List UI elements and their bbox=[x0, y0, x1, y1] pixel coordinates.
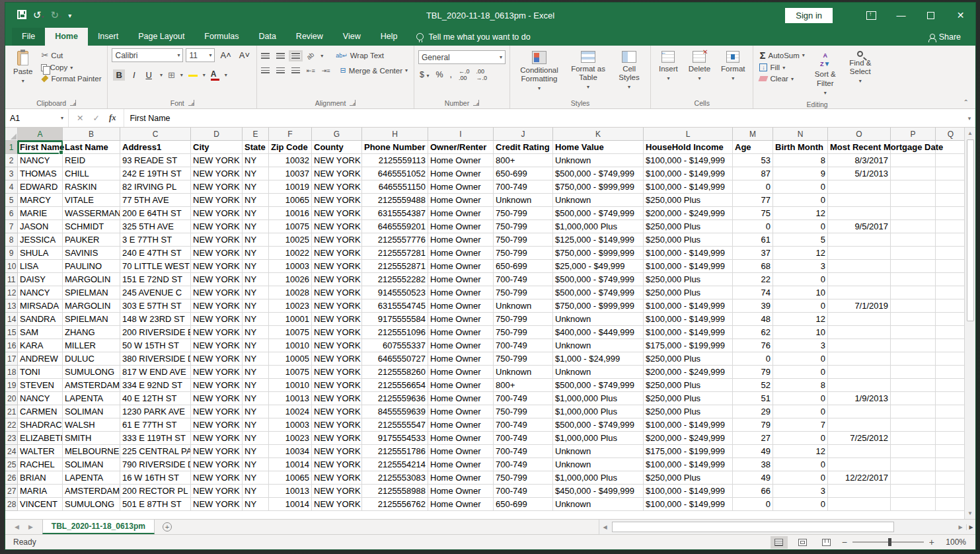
cell-Q13[interactable] bbox=[936, 299, 964, 313]
cell-O26[interactable]: 12/22/2017 bbox=[828, 471, 891, 485]
cell-I9[interactable]: Home Owner bbox=[428, 247, 494, 260]
fill-button[interactable]: ↓Fill▾ bbox=[757, 63, 806, 72]
cell-E12[interactable]: NY bbox=[243, 286, 269, 299]
decrease-decimal-button[interactable]: .00→.0 bbox=[476, 68, 488, 81]
cell-I10[interactable]: Home Owner bbox=[428, 260, 494, 273]
cell-Q2[interactable] bbox=[936, 154, 964, 167]
cell-Q3[interactable] bbox=[936, 167, 964, 180]
borders-icon[interactable]: ⊞ bbox=[168, 70, 175, 80]
cell-A4[interactable]: EDWARD bbox=[18, 180, 63, 194]
cell-A28[interactable]: VINCENT bbox=[18, 498, 63, 511]
cell-J16[interactable]: 700-749 bbox=[494, 339, 553, 352]
fill-color-dropdown[interactable]: ▾ bbox=[203, 72, 206, 78]
cell-L19[interactable]: $250,000 Plus bbox=[644, 379, 733, 392]
row-header-15[interactable]: 15 bbox=[5, 326, 18, 339]
cell-H18[interactable]: 2125558260 bbox=[362, 366, 428, 379]
cell-J7[interactable]: 750-799 bbox=[494, 220, 553, 233]
orientation-button[interactable]: ab bbox=[305, 50, 316, 61]
cell-G14[interactable]: NEW YORK bbox=[312, 313, 362, 326]
name-box[interactable]: A1 ▾ bbox=[5, 109, 69, 127]
column-header-B[interactable]: B bbox=[63, 128, 120, 141]
tab-review[interactable]: Review bbox=[286, 28, 333, 46]
cell-H27[interactable]: 2125558988 bbox=[362, 485, 428, 498]
wrap-text-button[interactable]: ab↵Wrap Text bbox=[334, 51, 386, 60]
cell-Q19[interactable] bbox=[936, 379, 964, 392]
row-header-4[interactable]: 4 bbox=[5, 180, 18, 194]
formula-content[interactable]: First Name bbox=[124, 109, 963, 127]
cell-K24[interactable]: Unknown bbox=[553, 445, 644, 458]
cell-E19[interactable]: NY bbox=[243, 379, 269, 392]
conditional-formatting-button[interactable]: Conditional Formatting▾ bbox=[514, 48, 564, 95]
cell-E25[interactable]: NY bbox=[243, 458, 269, 471]
cell-K9[interactable]: $750,000 - $999,999 bbox=[553, 247, 644, 260]
cell-B9[interactable]: SAVINIS bbox=[63, 247, 120, 260]
cell-G16[interactable]: NEW YORK bbox=[312, 339, 362, 352]
cell-C25[interactable]: 790 RIVERSIDE DR bbox=[120, 458, 191, 471]
cell-O19[interactable] bbox=[828, 379, 891, 392]
zoom-in-button[interactable]: + bbox=[929, 537, 934, 547]
cell-G11[interactable]: NEW YORK bbox=[312, 273, 362, 286]
cell-H8[interactable]: 2125557776 bbox=[362, 233, 428, 247]
cell-C5[interactable]: 77 5TH AVE bbox=[120, 194, 191, 207]
cell-M22[interactable]: 79 bbox=[733, 418, 773, 432]
cell-F15[interactable]: 10075 bbox=[269, 326, 312, 339]
cell-M23[interactable]: 27 bbox=[733, 432, 773, 445]
row-header-3[interactable]: 3 bbox=[5, 167, 18, 180]
cell-Q16[interactable] bbox=[936, 339, 964, 352]
cell-J28[interactable]: 650-699 bbox=[494, 498, 553, 511]
cell-H10[interactable]: 2125552871 bbox=[362, 260, 428, 273]
row-header-11[interactable]: 11 bbox=[5, 273, 18, 286]
row-header-21[interactable]: 21 bbox=[5, 405, 18, 418]
cell-P22[interactable] bbox=[891, 418, 936, 432]
cell-G19[interactable]: NEW YORK bbox=[312, 379, 362, 392]
cell-F6[interactable]: 10016 bbox=[269, 207, 312, 220]
cell-J25[interactable]: 700-749 bbox=[494, 458, 553, 471]
next-sheet-icon[interactable]: ▶ bbox=[28, 524, 33, 530]
tab-formulas[interactable]: Formulas bbox=[194, 28, 248, 46]
cell-P21[interactable] bbox=[891, 405, 936, 418]
cell-L27[interactable]: $100,000 - $149,999 bbox=[644, 485, 733, 498]
row-header-13[interactable]: 13 bbox=[5, 299, 18, 313]
cell-K21[interactable]: $1,000,000 Plus bbox=[553, 405, 644, 418]
cell-B24[interactable]: MELBOURNE bbox=[63, 445, 120, 458]
cell-M15[interactable]: 62 bbox=[733, 326, 773, 339]
cell-C26[interactable]: 16 W 16TH ST bbox=[120, 471, 191, 485]
name-box-dropdown[interactable]: ▾ bbox=[61, 115, 63, 121]
cell-H25[interactable]: 2125554214 bbox=[362, 458, 428, 471]
cell-A21[interactable]: CARMEN bbox=[18, 405, 63, 418]
cell-E18[interactable]: NY bbox=[243, 366, 269, 379]
cell-C23[interactable]: 333 E 119TH ST bbox=[120, 432, 191, 445]
cell-Q11[interactable] bbox=[936, 273, 964, 286]
cell-K25[interactable]: Unknown bbox=[553, 458, 644, 471]
cell-Q27[interactable] bbox=[936, 485, 964, 498]
cell-Q26[interactable] bbox=[936, 471, 964, 485]
font-color-button[interactable]: A bbox=[211, 70, 219, 81]
cell-C10[interactable]: 70 LITTLE WEST ST bbox=[120, 260, 191, 273]
cell-L8[interactable]: $250,000 Plus bbox=[644, 233, 733, 247]
middle-align-icon[interactable] bbox=[276, 53, 285, 59]
column-header-F[interactable]: F bbox=[269, 128, 312, 141]
cell-B27[interactable]: AMSTERDAM bbox=[63, 485, 120, 498]
cell-P25[interactable] bbox=[891, 458, 936, 471]
cell-M20[interactable]: 51 bbox=[733, 392, 773, 405]
cell-E17[interactable]: NY bbox=[243, 352, 269, 366]
cell-K4[interactable]: $750,000 - $999,999 bbox=[553, 180, 644, 194]
cell-P15[interactable] bbox=[891, 326, 936, 339]
tell-me-search[interactable]: Tell me what you want to do bbox=[407, 28, 539, 46]
format-cells-button[interactable]: Format▾ bbox=[717, 48, 749, 84]
row-header-26[interactable]: 26 bbox=[5, 471, 18, 485]
new-sheet-button[interactable]: + bbox=[155, 520, 180, 534]
cell-N21[interactable]: 0 bbox=[773, 405, 828, 418]
cell-Q10[interactable] bbox=[936, 260, 964, 273]
cell-B12[interactable]: SPIELMAN bbox=[63, 286, 120, 299]
cell-G26[interactable]: NEW YORK bbox=[312, 471, 362, 485]
cell-K15[interactable]: $400,000 - $449,999 bbox=[553, 326, 644, 339]
column-header-A[interactable]: A bbox=[18, 128, 63, 141]
cell-L11[interactable]: $250,000 Plus bbox=[644, 273, 733, 286]
cell-K23[interactable]: $1,000,000 Plus bbox=[553, 432, 644, 445]
cell-K5[interactable]: Unknown bbox=[553, 194, 644, 207]
row-header-6[interactable]: 6 bbox=[5, 207, 18, 220]
cell-L18[interactable]: $200,000 - $249,999 bbox=[644, 366, 733, 379]
cell-N10[interactable]: 3 bbox=[773, 260, 828, 273]
cell-O21[interactable] bbox=[828, 405, 891, 418]
